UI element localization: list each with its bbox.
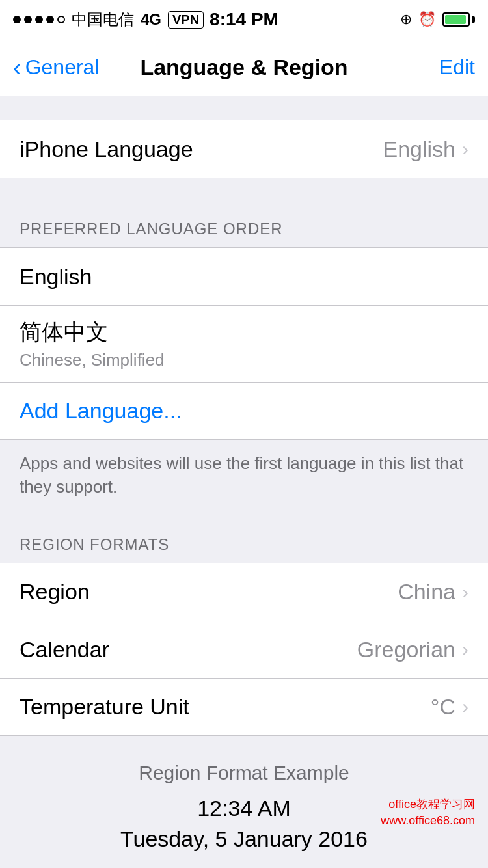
- iphone-language-value-wrap: English ›: [383, 137, 468, 162]
- dot-1: [13, 16, 21, 23]
- region-formats-section: Region China › Calendar Gregorian › Temp…: [0, 563, 488, 736]
- preferred-language-footer: Apps and websites will use the first lan…: [0, 440, 488, 517]
- back-label: General: [25, 55, 100, 79]
- language-name-chinese: 简体中文: [20, 318, 468, 347]
- alarm-icon: ⏰: [418, 11, 436, 28]
- page-title: Language & Region: [140, 55, 347, 80]
- region-row[interactable]: Region China ›: [0, 563, 488, 621]
- iphone-language-value: English: [383, 137, 455, 162]
- iphone-language-label: iPhone Language: [20, 137, 193, 162]
- dot-4: [46, 16, 54, 23]
- region-label: Region: [20, 579, 90, 604]
- language-row-chinese[interactable]: 简体中文 Chinese, Simplified: [0, 305, 488, 382]
- iphone-language-section: iPhone Language English ›: [0, 120, 488, 178]
- format-example-date: Tuesday, 5 January 2016: [20, 826, 468, 852]
- calendar-label: Calendar: [20, 637, 109, 662]
- region-value-wrap: China ›: [398, 579, 468, 604]
- calendar-row[interactable]: Calendar Gregorian ›: [0, 621, 488, 678]
- calendar-value-wrap: Gregorian ›: [357, 637, 468, 662]
- watermark: office教程学习网 www.office68.com: [381, 796, 475, 829]
- preferred-language-header: PREFERRED LANGUAGE ORDER: [0, 202, 488, 247]
- carrier-label: 中国电信: [72, 9, 134, 30]
- back-button[interactable]: ‹ General: [13, 55, 100, 80]
- iphone-language-chevron-icon: ›: [462, 138, 468, 160]
- lock-icon: ⊕: [400, 11, 412, 28]
- region-value: China: [398, 579, 455, 604]
- add-language-row[interactable]: Add Language...: [0, 382, 488, 439]
- format-example-title: Region Format Example: [20, 762, 468, 784]
- temperature-value: °C: [431, 694, 455, 720]
- add-language-label: Add Language...: [20, 398, 182, 424]
- network-label: 4G: [141, 10, 161, 29]
- dot-5: [57, 16, 65, 23]
- status-bar: 中国电信 4G VPN 8:14 PM ⊕ ⏰: [0, 0, 488, 39]
- language-row-english[interactable]: English: [0, 248, 488, 305]
- dot-3: [35, 16, 43, 23]
- temperature-label: Temperature Unit: [20, 694, 189, 720]
- calendar-chevron-icon: ›: [462, 638, 468, 660]
- watermark-line2: www.office68.com: [381, 813, 475, 829]
- temperature-row[interactable]: Temperature Unit °C ›: [0, 678, 488, 735]
- region-formats-header: REGION FORMATS: [0, 517, 488, 563]
- language-name-english: English: [20, 264, 468, 290]
- calendar-value: Gregorian: [357, 637, 455, 662]
- spacer-1: [0, 96, 488, 120]
- battery-body: [442, 12, 470, 27]
- dot-2: [24, 16, 32, 23]
- signal-dots: [13, 16, 65, 23]
- watermark-line1: office教程学习网: [381, 796, 475, 813]
- nav-bar: ‹ General Language & Region Edit: [0, 39, 488, 96]
- back-chevron-icon: ‹: [13, 55, 21, 80]
- status-right: ⊕ ⏰: [400, 11, 475, 28]
- status-time: 8:14 PM: [210, 9, 278, 30]
- preferred-language-section: English 简体中文 Chinese, Simplified Add Lan…: [0, 247, 488, 440]
- battery-fill: [445, 15, 466, 24]
- region-chevron-icon: ›: [462, 581, 468, 603]
- language-subtitle-chinese: Chinese, Simplified: [20, 350, 468, 370]
- iphone-language-row[interactable]: iPhone Language English ›: [0, 120, 488, 178]
- edit-button[interactable]: Edit: [439, 55, 475, 79]
- battery: [442, 12, 475, 27]
- temperature-value-wrap: °C ›: [431, 694, 468, 720]
- spacer-2: [0, 178, 488, 202]
- battery-tip: [472, 16, 475, 23]
- content: iPhone Language English › PREFERRED LANG…: [0, 96, 488, 868]
- temperature-chevron-icon: ›: [462, 696, 468, 718]
- vpn-badge: VPN: [168, 11, 204, 29]
- status-left: 中国电信 4G VPN: [13, 9, 204, 30]
